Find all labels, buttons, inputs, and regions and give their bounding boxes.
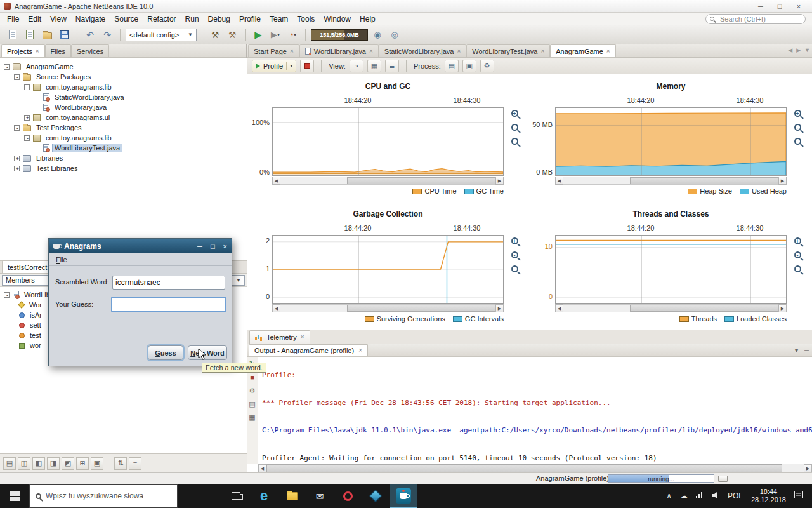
run-project-button[interactable]: ▶: [251, 27, 266, 43]
tab-staticwordlibrary-java[interactable]: StaticWordLibrary.java×: [379, 44, 466, 57]
heap-dump-button[interactable]: ▣: [462, 60, 476, 72]
menu-window[interactable]: Window: [319, 13, 355, 25]
tree-item-test-libraries[interactable]: Test Libraries: [0, 163, 247, 173]
tree-item-staticwordlibrary[interactable]: StaticWordLibrary.java: [0, 92, 247, 102]
taskbar-search[interactable]: [29, 484, 178, 508]
tab-files[interactable]: Files: [45, 44, 71, 57]
taskbar-search-input[interactable]: [46, 491, 171, 500]
close-icon[interactable]: ×: [36, 48, 39, 55]
view-details-button[interactable]: ≣: [385, 60, 399, 72]
start-button[interactable]: [0, 484, 29, 508]
panel-icon[interactable]: ◨: [47, 457, 60, 470]
taskbar-app-explorer[interactable]: [278, 484, 306, 508]
menu-help[interactable]: Help: [355, 13, 380, 25]
window-minimize-icon[interactable]: ─: [756, 1, 765, 11]
view-table-button[interactable]: ▦: [367, 60, 381, 72]
tab-wordlibrarytest-java[interactable]: WordLibraryTest.java×: [466, 44, 550, 57]
output-menu-icon[interactable]: ▾: [795, 347, 798, 354]
chart-scrollbar[interactable]: ◀▶: [555, 304, 787, 312]
expander-icon[interactable]: [4, 292, 10, 298]
tree-item-anagramgame[interactable]: AnagramGame: [0, 62, 247, 72]
profiler-snapshot2-button[interactable]: ◎: [387, 27, 402, 43]
expander-icon[interactable]: [14, 74, 20, 80]
tab-list-icon[interactable]: ▼: [804, 47, 810, 53]
output-text[interactable]: Profile: *** Profiler message (Fri Dec 2…: [258, 357, 812, 464]
menu-debug[interactable]: Debug: [204, 13, 235, 25]
progress-bar[interactable]: running...: [608, 474, 714, 483]
menu-tools[interactable]: Tools: [292, 13, 319, 25]
panel-icon[interactable]: ▤: [3, 457, 16, 470]
panel-icon[interactable]: ▣: [91, 457, 103, 470]
tree-item-libraries[interactable]: Libraries: [0, 153, 247, 163]
tree-item-wordlibrarytest[interactable]: WordLibraryTest.java: [0, 143, 247, 153]
menu-edit[interactable]: Edit: [23, 13, 46, 25]
panel-icon[interactable]: ⇅: [114, 457, 127, 470]
zoom-out-icon[interactable]: [792, 121, 803, 133]
new-project-button[interactable]: [22, 27, 37, 43]
dialog-menu-file[interactable]: File: [51, 255, 72, 265]
taskbar-app-netbeans[interactable]: [362, 484, 390, 508]
status-icon[interactable]: [718, 476, 728, 482]
menu-refactor[interactable]: Refactor: [143, 13, 180, 25]
close-icon[interactable]: ×: [457, 48, 461, 55]
panel-icon[interactable]: ◫: [18, 457, 30, 470]
zoom-out-icon[interactable]: [509, 249, 520, 260]
close-icon[interactable]: ×: [540, 48, 544, 55]
window-close-icon[interactable]: ×: [794, 1, 803, 11]
clean-build-button[interactable]: ⚒: [225, 27, 240, 43]
close-icon[interactable]: ×: [290, 48, 294, 55]
menu-navigate[interactable]: Navigate: [71, 13, 110, 25]
tree-item-test-packages[interactable]: Test Packages: [0, 123, 247, 133]
tree-item-source-packages[interactable]: Source Packages: [0, 72, 247, 82]
taskbar-app-opera[interactable]: [334, 484, 362, 508]
cloud-icon[interactable]: ☁: [680, 492, 688, 500]
stop-profiling-button[interactable]: [300, 60, 314, 72]
taskbar-app-java-anagrams[interactable]: [390, 484, 417, 508]
profile-project-button[interactable]: ◔▾: [285, 27, 300, 43]
scroll-tabs-left-icon[interactable]: ◀: [788, 47, 792, 53]
dialog-close-icon[interactable]: ×: [223, 243, 227, 250]
close-icon[interactable]: ×: [301, 334, 304, 340]
tab-start-page[interactable]: Start Page×: [248, 44, 299, 57]
settings-icon[interactable]: ⚙: [248, 387, 257, 396]
panel-icon[interactable]: ◩: [62, 457, 74, 470]
ide-search-input[interactable]: [705, 14, 806, 24]
taskbar-app-edge[interactable]: e: [250, 484, 278, 508]
minimize-window-icon[interactable]: ─: [804, 347, 809, 354]
zoom-out-icon[interactable]: [792, 249, 803, 260]
menu-team[interactable]: Team: [265, 13, 292, 25]
new-file-button[interactable]: [5, 27, 20, 43]
run-gc-button[interactable]: ♻: [480, 60, 494, 72]
tree-item-package-lib[interactable]: com.toy.anagrams.lib: [0, 82, 247, 92]
stop-icon[interactable]: ■: [248, 373, 257, 382]
window-maximize-icon[interactable]: □: [775, 1, 784, 11]
config-combobox[interactable]: <default config> ▼: [126, 29, 197, 41]
zoom-in-icon[interactable]: [509, 235, 520, 246]
tab-projects[interactable]: Projects×: [1, 44, 45, 57]
tree-item-test-package-lib[interactable]: com.toy.anagrams.lib: [0, 133, 247, 143]
new-word-button[interactable]: New Word: [188, 345, 227, 360]
clear-output-icon[interactable]: ▦: [248, 413, 257, 422]
tray-expand-icon[interactable]: ∧: [666, 492, 672, 500]
close-icon[interactable]: ×: [358, 347, 362, 354]
menu-profile[interactable]: Profile: [235, 13, 265, 25]
expander-icon[interactable]: [4, 64, 10, 70]
taskbar-app-mail[interactable]: ✉: [306, 484, 334, 508]
zoom-fit-icon[interactable]: [509, 263, 520, 274]
scroll-tabs-right-icon[interactable]: ▶: [796, 47, 801, 53]
dialog-minimize-icon[interactable]: ─: [197, 243, 202, 250]
expander-icon[interactable]: [14, 156, 20, 161]
chart-scrollbar[interactable]: ◀▶: [272, 177, 504, 185]
task-view-button[interactable]: [222, 484, 250, 508]
tree-item-wordlibrary[interactable]: WordLibrary.java: [0, 102, 247, 112]
chart-scrollbar[interactable]: ◀▶: [555, 177, 787, 185]
profile-split-button[interactable]: Profile ▾: [252, 60, 296, 72]
zoom-in-icon[interactable]: [792, 235, 803, 246]
close-icon[interactable]: ×: [369, 48, 373, 55]
zoom-fit-icon[interactable]: [792, 135, 803, 147]
guess-button[interactable]: Guess: [148, 345, 183, 360]
save-output-icon[interactable]: ▤: [248, 400, 257, 409]
volume-icon[interactable]: [712, 491, 719, 501]
zoom-in-icon[interactable]: [509, 107, 520, 119]
redo-button[interactable]: ↷: [100, 27, 115, 43]
